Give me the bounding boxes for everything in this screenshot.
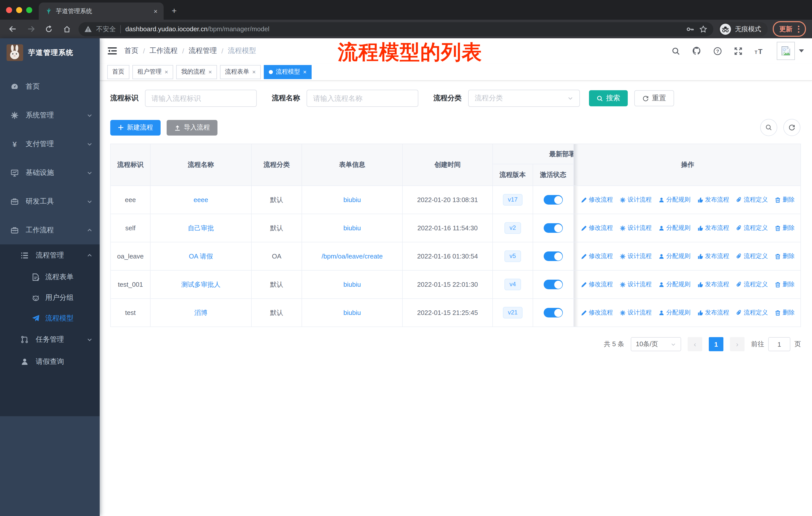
- action-修改流程[interactable]: 修改流程: [581, 308, 613, 317]
- active-status-toggle[interactable]: [544, 308, 563, 318]
- process-name-link[interactable]: 自己审批: [188, 223, 214, 233]
- key-icon[interactable]: [686, 25, 694, 33]
- action-设计流程[interactable]: 设计流程: [619, 195, 652, 204]
- page-size-select[interactable]: 10条/页: [631, 337, 681, 351]
- action-删除[interactable]: 删除: [775, 308, 794, 317]
- action-发布流程[interactable]: 发布流程: [697, 280, 729, 289]
- tab-流程模型[interactable]: 流程模型: [264, 65, 312, 79]
- breadcrumb-home[interactable]: 首页: [124, 46, 139, 55]
- prev-page-button[interactable]: [688, 337, 702, 351]
- help-icon[interactable]: ?: [713, 47, 722, 55]
- action-分配规则[interactable]: 分配规则: [658, 195, 690, 204]
- action-修改流程[interactable]: 修改流程: [581, 252, 613, 261]
- action-分配规则[interactable]: 分配规则: [658, 224, 690, 232]
- form-info-link[interactable]: biubiu: [343, 196, 361, 203]
- next-page-button[interactable]: [730, 337, 745, 351]
- action-删除[interactable]: 删除: [775, 252, 794, 261]
- sidebar-item-请假查询[interactable]: 请假查询: [0, 351, 100, 373]
- active-status-toggle[interactable]: [544, 195, 563, 205]
- browser-menu-icon[interactable]: [798, 25, 800, 32]
- url-bar[interactable]: 不安全 dashboard.yudao.iocoder.cn/bpm/manag…: [79, 22, 713, 36]
- process-name-link[interactable]: eeee: [194, 196, 208, 203]
- action-流程定义[interactable]: 流程定义: [736, 252, 768, 261]
- action-发布流程[interactable]: 发布流程: [697, 195, 729, 204]
- refresh-table-button[interactable]: [783, 119, 801, 136]
- sidebar-item-用户分组[interactable]: 用户分组: [0, 287, 100, 308]
- github-icon[interactable]: [692, 46, 701, 55]
- form-info-link[interactable]: biubiu: [343, 224, 361, 232]
- action-设计流程[interactable]: 设计流程: [619, 224, 652, 232]
- sidebar-item-流程表单[interactable]: 流程表单: [0, 267, 100, 287]
- sidebar-item-研发工具[interactable]: 研发工具: [0, 187, 100, 216]
- process-name-link[interactable]: 测试多审批人: [181, 280, 221, 289]
- reload-icon[interactable]: [42, 22, 55, 35]
- back-icon[interactable]: [6, 22, 19, 35]
- hamburger-icon[interactable]: [100, 47, 124, 55]
- sidebar-item-系统管理[interactable]: 系统管理: [0, 101, 100, 130]
- action-发布流程[interactable]: 发布流程: [697, 252, 729, 261]
- action-修改流程[interactable]: 修改流程: [581, 280, 613, 289]
- sidebar-item-支付管理[interactable]: ¥支付管理: [0, 130, 100, 158]
- action-发布流程[interactable]: 发布流程: [697, 224, 729, 232]
- new-tab-button[interactable]: [168, 4, 181, 18]
- active-status-toggle[interactable]: [544, 223, 563, 233]
- fullscreen-icon[interactable]: [734, 47, 743, 55]
- action-设计流程[interactable]: 设计流程: [619, 308, 652, 317]
- close-icon[interactable]: [303, 68, 307, 75]
- reset-button[interactable]: 重置: [634, 90, 674, 106]
- user-avatar-menu[interactable]: [777, 42, 804, 60]
- process-name-link[interactable]: 滔博: [194, 308, 207, 317]
- filter-id-input[interactable]: [145, 90, 257, 107]
- action-流程定义[interactable]: 流程定义: [736, 224, 768, 232]
- action-设计流程[interactable]: 设计流程: [619, 280, 652, 289]
- goto-page-input[interactable]: [768, 337, 790, 351]
- action-分配规则[interactable]: 分配规则: [658, 252, 690, 261]
- search-icon[interactable]: [671, 47, 680, 55]
- process-name-link[interactable]: OA 请假: [189, 252, 213, 261]
- create-process-button[interactable]: 新建流程: [110, 120, 161, 135]
- sidebar-item-流程模型[interactable]: 流程模型: [0, 308, 100, 329]
- close-icon[interactable]: [165, 68, 168, 75]
- browser-tab[interactable]: 芋道管理系统: [39, 2, 164, 20]
- forward-icon[interactable]: [24, 22, 37, 35]
- import-process-button[interactable]: 导入流程: [167, 120, 218, 135]
- sidebar-item-工作流程[interactable]: 工作流程: [0, 216, 100, 244]
- breadcrumb-process-mgmt[interactable]: 流程管理: [189, 46, 217, 55]
- action-流程定义[interactable]: 流程定义: [736, 280, 768, 289]
- action-流程定义[interactable]: 流程定义: [736, 195, 768, 204]
- update-button[interactable]: 更新: [773, 21, 806, 37]
- bookmark-star-icon[interactable]: [699, 25, 707, 33]
- toggle-search-button[interactable]: [760, 119, 777, 136]
- tab-流程表单[interactable]: 流程表单: [220, 65, 261, 79]
- sidebar-logo-row[interactable]: 芋道管理系统: [0, 38, 100, 67]
- action-分配规则[interactable]: 分配规则: [658, 308, 690, 317]
- action-发布流程[interactable]: 发布流程: [697, 308, 729, 317]
- form-info-link[interactable]: biubiu: [343, 309, 361, 317]
- sidebar-item-流程管理[interactable]: 流程管理: [0, 244, 100, 267]
- page-number-1[interactable]: 1: [709, 337, 723, 351]
- form-info-link[interactable]: biubiu: [343, 281, 361, 288]
- action-流程定义[interactable]: 流程定义: [736, 308, 768, 317]
- close-icon[interactable]: [208, 68, 212, 75]
- action-分配规则[interactable]: 分配规则: [658, 280, 690, 289]
- action-修改流程[interactable]: 修改流程: [581, 195, 613, 204]
- action-删除[interactable]: 删除: [775, 224, 794, 232]
- tab-我的流程[interactable]: 我的流程: [176, 65, 217, 79]
- minimize-window-button[interactable]: [16, 7, 22, 13]
- active-status-toggle[interactable]: [544, 251, 563, 261]
- active-status-toggle[interactable]: [544, 280, 563, 289]
- action-设计流程[interactable]: 设计流程: [619, 252, 652, 261]
- sidebar-item-任务管理[interactable]: 任务管理: [0, 329, 100, 351]
- search-button[interactable]: 搜索: [589, 90, 628, 106]
- tab-租户管理[interactable]: 租户管理: [133, 65, 173, 79]
- home-icon[interactable]: [60, 22, 74, 35]
- close-icon[interactable]: [252, 68, 256, 75]
- action-删除[interactable]: 删除: [775, 195, 794, 204]
- tab-close-icon[interactable]: [151, 7, 160, 15]
- breadcrumb-workflow[interactable]: 工作流程: [149, 46, 178, 55]
- action-修改流程[interactable]: 修改流程: [581, 224, 613, 232]
- sidebar-item-基础设施[interactable]: 基础设施: [0, 158, 100, 187]
- maximize-window-button[interactable]: [26, 7, 32, 13]
- sidebar-item-首页[interactable]: 首页: [0, 72, 100, 101]
- font-size-icon[interactable]: TT: [755, 47, 765, 55]
